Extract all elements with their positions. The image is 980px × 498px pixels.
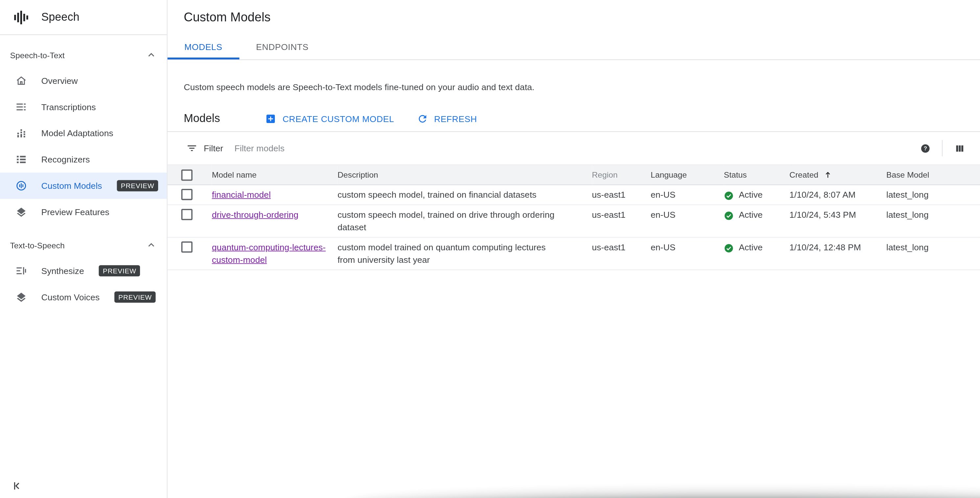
create-button-label: CREATE CUSTOM MODEL xyxy=(282,113,394,123)
table-header: Model name Description Region Language S… xyxy=(168,165,980,185)
refresh-icon xyxy=(417,113,428,124)
custom-models-icon xyxy=(15,180,28,192)
refresh-button-label: REFRESH xyxy=(434,113,477,123)
chevron-up-icon xyxy=(146,49,157,61)
speech-equalizer-icon xyxy=(13,9,29,26)
status-badge: Active xyxy=(724,241,780,253)
collapse-sidebar-button[interactable] xyxy=(9,477,26,495)
sidebar-item-overview[interactable]: Overview xyxy=(0,67,167,94)
model-description: custom speech model, trained on drive th… xyxy=(337,205,592,238)
speech-console-app: Speech Speech-to-Text Overview xyxy=(0,0,980,498)
select-all-header xyxy=(168,165,212,185)
layers-icon xyxy=(15,206,28,219)
column-header-description[interactable]: Description xyxy=(337,165,592,185)
column-header-language[interactable]: Language xyxy=(651,165,724,185)
sidebar-item-transcriptions[interactable]: Transcriptions xyxy=(0,94,167,120)
model-created: 1/10/24, 5:43 PM xyxy=(789,205,886,238)
models-heading: Models xyxy=(184,112,220,125)
select-all-checkbox[interactable] xyxy=(181,169,192,180)
section-header-speech-to-text[interactable]: Speech-to-Text xyxy=(0,42,167,67)
table-row: drive-through-ordering custom speech mod… xyxy=(168,205,980,238)
column-header-base-model[interactable]: Base Model xyxy=(886,165,980,185)
model-name-link[interactable]: drive-through-ordering xyxy=(212,209,299,219)
refresh-button[interactable]: REFRESH xyxy=(417,113,477,124)
column-header-status[interactable]: Status xyxy=(724,165,790,185)
model-adaptations-icon xyxy=(15,127,28,139)
tab-models[interactable]: MODELS xyxy=(168,34,239,59)
column-header-region[interactable]: Region xyxy=(592,165,651,185)
model-region: us-east1 xyxy=(592,238,651,270)
filter-label: Filter xyxy=(204,143,223,153)
model-base-model: latest_long xyxy=(886,205,980,238)
filter-icon xyxy=(186,142,197,153)
table-row: quantum-computing-lectures-custom-model … xyxy=(168,238,980,270)
sidebar-item-model-adaptations[interactable]: Model Adaptations xyxy=(0,120,167,146)
help-icon: ? xyxy=(920,143,931,153)
status-label: Active xyxy=(739,241,762,253)
tab-bar: MODELS ENDPOINTS xyxy=(168,34,980,60)
filter-button[interactable]: Filter xyxy=(186,142,223,153)
row-checkbox[interactable] xyxy=(181,209,192,220)
sidebar-item-label: Overview xyxy=(41,76,78,86)
create-custom-model-button[interactable]: CREATE CUSTOM MODEL xyxy=(265,113,394,124)
preview-badge: PREVIEW xyxy=(115,291,156,303)
model-name-link[interactable]: financial-model xyxy=(212,190,271,200)
filter-row: Filter ? xyxy=(168,132,980,164)
filter-input[interactable] xyxy=(234,143,916,153)
check-circle-icon xyxy=(724,209,734,219)
sidebar-header: Speech xyxy=(0,0,167,35)
page-title: Custom Models xyxy=(184,10,270,24)
svg-text:?: ? xyxy=(923,145,927,151)
home-icon xyxy=(15,74,28,87)
sidebar-section-speech-to-text: Speech-to-Text Overview xyxy=(0,42,167,225)
models-table: Model name Description Region Language S… xyxy=(168,164,980,270)
sidebar-item-label: Custom Models xyxy=(41,180,102,190)
row-checkbox[interactable] xyxy=(181,189,192,200)
column-header-created[interactable]: Created xyxy=(789,165,886,185)
sidebar-item-custom-models[interactable]: Custom Models PREVIEW xyxy=(0,173,167,199)
collapse-panel-icon xyxy=(11,480,24,492)
preview-badge: PREVIEW xyxy=(99,265,140,276)
recognizers-icon xyxy=(15,153,28,166)
sidebar-item-preview-features[interactable]: Preview Features xyxy=(0,199,167,225)
status-badge: Active xyxy=(724,188,780,201)
help-button[interactable]: ? xyxy=(916,139,934,158)
model-language: en-US xyxy=(651,238,724,270)
sidebar-item-label: Synthesize xyxy=(41,266,84,276)
column-header-model-name[interactable]: Model name xyxy=(212,165,337,185)
model-created: 1/10/24, 8:07 AM xyxy=(789,185,886,205)
model-created: 1/10/24, 12:48 PM xyxy=(789,238,886,270)
section-label: Text-to-Speech xyxy=(10,241,64,250)
section-label: Speech-to-Text xyxy=(10,50,64,60)
model-region: us-east1 xyxy=(592,185,651,205)
created-header-label: Created xyxy=(789,170,818,180)
sidebar-item-recognizers[interactable]: Recognizers xyxy=(0,146,167,173)
status-badge: Active xyxy=(724,208,780,221)
section-header-text-to-speech[interactable]: Text-to-Speech xyxy=(0,233,167,257)
page-description: Custom speech models are Speech-to-Text … xyxy=(184,82,964,92)
row-checkbox[interactable] xyxy=(181,241,192,253)
model-name-link[interactable]: quantum-computing-lectures-custom-model xyxy=(212,242,326,265)
tab-endpoints[interactable]: ENDPOINTS xyxy=(239,34,325,59)
status-label: Active xyxy=(739,208,762,221)
sidebar-section-text-to-speech: Text-to-Speech Synthesize PREVIEW xyxy=(0,233,167,310)
sidebar-item-label: Recognizers xyxy=(41,155,90,164)
sidebar: Speech Speech-to-Text Overview xyxy=(0,0,168,498)
page-header: Custom Models xyxy=(168,0,980,34)
sidebar-item-custom-voices[interactable]: Custom Voices PREVIEW xyxy=(0,284,167,310)
table-body: financial-model custom speech model, tra… xyxy=(168,185,980,270)
model-base-model: latest_long xyxy=(886,238,980,270)
sidebar-item-label: Model Adaptations xyxy=(41,128,113,138)
check-circle-icon xyxy=(724,190,734,200)
sort-ascending-icon xyxy=(823,170,833,180)
add-box-icon xyxy=(265,113,276,124)
app-title: Speech xyxy=(41,11,79,24)
model-language: en-US xyxy=(651,205,724,238)
check-circle-icon xyxy=(724,242,734,252)
sidebar-item-label: Custom Voices xyxy=(41,292,100,302)
preview-badge: PREVIEW xyxy=(117,180,158,192)
sidebar-item-synthesize[interactable]: Synthesize PREVIEW xyxy=(0,257,167,284)
column-chooser-button[interactable] xyxy=(950,139,969,158)
layers-icon xyxy=(15,291,28,303)
model-description: custom model trained on quantum computin… xyxy=(337,238,592,270)
